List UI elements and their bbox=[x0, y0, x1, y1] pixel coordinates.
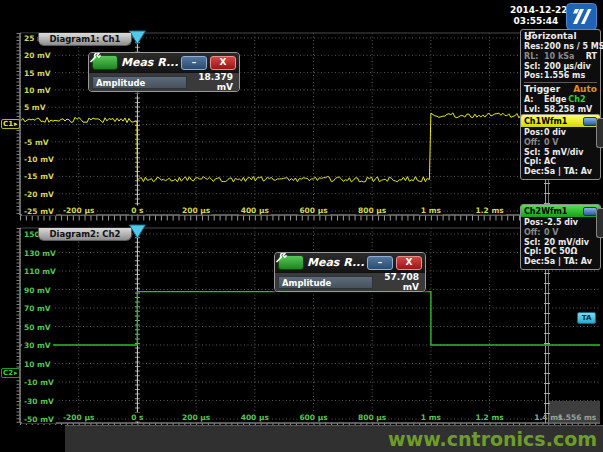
y-axis-label: 90 mV bbox=[22, 285, 53, 294]
x-axis-label: 0 s bbox=[129, 413, 145, 422]
ch1wfm1-header[interactable]: Ch1Wfm1 bbox=[521, 115, 600, 127]
meas-window-title: Meas R...1 bbox=[121, 56, 178, 69]
edge-trigger-icon bbox=[525, 31, 536, 40]
x-axis-label: -200 µs bbox=[61, 206, 96, 215]
x-axis-label: 400 µs bbox=[239, 206, 271, 215]
meas-result-2-body: Amplitude 57.708 mV bbox=[275, 272, 425, 291]
x-axis-label: 200 µs bbox=[180, 206, 212, 215]
meas-result-1-titlebar[interactable]: Meas R...1 – X bbox=[89, 53, 239, 72]
trigger-mode-badge: Auto bbox=[573, 84, 597, 95]
measurement-settings-button[interactable] bbox=[278, 255, 304, 270]
panel-row: Scl:200 µs/div bbox=[524, 62, 597, 72]
y-axis-label: -25 mV bbox=[22, 207, 56, 216]
y-axis-label: 110 mV bbox=[22, 267, 58, 276]
panel-row: Res:200 ns / 5 MSa/s bbox=[524, 42, 597, 52]
trigger-source-row: A: Edge Ch2 bbox=[524, 95, 597, 105]
meas-param-label: Amplitude bbox=[92, 76, 187, 89]
y-axis-label: -10 mV bbox=[22, 155, 56, 164]
y-axis-label: -10 mV bbox=[22, 378, 56, 387]
tab-diagram2-ch2[interactable]: Diagram2: Ch2 bbox=[38, 228, 132, 241]
oscilloscope-screen: 25 mV20 mV15 mV10 mV5 mV-5 mV-10 mV-15 m… bbox=[0, 0, 603, 452]
meas-param-label: Amplitude bbox=[278, 276, 373, 289]
y-axis-label: -15 mV bbox=[22, 172, 56, 181]
panel-row: Cpl:AC bbox=[524, 157, 597, 167]
ch1-level-marker[interactable]: C1 bbox=[1, 119, 20, 129]
meas-result-2-titlebar[interactable]: Meas R...2 – X bbox=[275, 253, 425, 272]
ch2wfm1-rows: Pos:-2.5 divOff:0 VScl:20 mV/divCpl:DC 5… bbox=[521, 217, 600, 269]
tab-diagram1-ch1[interactable]: Diagram1: Ch1 bbox=[38, 33, 132, 46]
minimize-button[interactable]: – bbox=[181, 56, 207, 70]
meas-result-2-window[interactable]: Meas R...2 – X Amplitude 57.708 mV bbox=[274, 252, 426, 292]
x-axis-label: 400 µs bbox=[239, 413, 271, 422]
meas-window-title: Meas R...2 bbox=[307, 256, 364, 269]
x-axis-label: 1 ms bbox=[419, 413, 443, 422]
y-axis-label: 10 mV bbox=[22, 359, 53, 368]
panel-row: Pos:-2.5 div bbox=[524, 218, 597, 228]
date-text: 2014-12-22 bbox=[510, 5, 562, 16]
y-axis-label: 50 mV bbox=[22, 322, 53, 331]
y-axis-label: -5 mV bbox=[22, 137, 51, 146]
y-axis-label: 20 mV bbox=[22, 51, 53, 60]
time-text: 03:55:44 bbox=[510, 16, 562, 27]
y-axis-label: 130 mV bbox=[22, 248, 58, 257]
ch1wfm1-rows: Pos:0 divOff:0 VScl:5 mV/divCpl:ACDec:Sa… bbox=[521, 127, 600, 179]
y-axis-label: 5 mV bbox=[22, 103, 47, 112]
trigger-source-ch2: Ch2 bbox=[568, 95, 585, 105]
y-axis-label: 30 mV bbox=[22, 341, 53, 350]
trigger-level-marker[interactable]: TA bbox=[577, 312, 596, 324]
panel-row: Pos:0 div bbox=[524, 128, 597, 138]
meas-result-1-window[interactable]: Meas R...1 – X Amplitude 18.379 mV bbox=[88, 52, 240, 92]
y-axis-label: -30 mV bbox=[22, 396, 56, 405]
y-axis-label: -50 mV bbox=[22, 415, 56, 424]
trigger-title-row: Trigger Auto bbox=[524, 82, 597, 95]
y-axis-label: 70 mV bbox=[22, 304, 53, 313]
minimized-dialog-icon[interactable] bbox=[583, 117, 597, 126]
measurement-settings-button[interactable] bbox=[92, 55, 118, 70]
x-axis-label: -200 µs bbox=[61, 413, 96, 422]
x-axis-label: 600 µs bbox=[297, 413, 329, 422]
panel-row: Pos:1.556 ms bbox=[524, 71, 597, 81]
x-axis-label: 800 µs bbox=[356, 206, 388, 215]
panel-row: Cpl:DC 50Ω bbox=[524, 247, 597, 257]
x-axis-label: 1.2 ms bbox=[474, 206, 506, 215]
x-axis-label: 800 µs bbox=[356, 413, 388, 422]
horizontal-rows: Res:200 ns / 5 MSa/sRL:10 kSaRTScl:200 µ… bbox=[524, 42, 597, 81]
ch2wfm1-header[interactable]: Ch2Wfm1 bbox=[521, 205, 600, 217]
wrench-icon bbox=[89, 53, 101, 63]
bottom-bar: www.cntronics.com bbox=[0, 425, 603, 452]
panel-row: Scl:20 mV/div bbox=[524, 238, 597, 248]
meas-value: 18.379 mV bbox=[191, 72, 236, 92]
panel-row: Dec:Sa | TA: Av bbox=[524, 167, 597, 177]
horizontal-trigger-panel[interactable]: Horizontal Res:200 ns / 5 MSa/sRL:10 kSa… bbox=[520, 29, 601, 118]
panel-row: Scl:5 mV/div bbox=[524, 148, 597, 158]
watermark-text: www.cntronics.com bbox=[388, 428, 597, 450]
y-axis-label: 10 mV bbox=[22, 85, 53, 94]
ch2wfm1-panel[interactable]: Ch2Wfm1 Pos:-2.5 divOff:0 VScl:20 mV/div… bbox=[520, 204, 601, 270]
side-tab-ch2[interactable] bbox=[596, 208, 603, 238]
close-button[interactable]: X bbox=[210, 56, 236, 70]
x-axis-label: 0 s bbox=[129, 206, 145, 215]
panel-row: Off:0 V bbox=[524, 138, 597, 148]
side-tab-ch1[interactable] bbox=[596, 118, 603, 148]
meas-value: 57.708 mV bbox=[377, 272, 422, 292]
bottom-left-corner bbox=[0, 425, 65, 452]
x-axis-label: 1.2 ms bbox=[474, 413, 506, 422]
minimize-button[interactable]: – bbox=[367, 256, 393, 270]
y-axis-label: -20 mV bbox=[22, 189, 56, 198]
meas-result-1-body: Amplitude 18.379 mV bbox=[89, 72, 239, 91]
ch1wfm1-panel[interactable]: Ch1Wfm1 Pos:0 divOff:0 VScl:5 mV/divCpl:… bbox=[520, 114, 601, 180]
datetime-display: 2014-12-22 03:55:44 bbox=[510, 5, 562, 27]
panel-row: Off:0 V bbox=[524, 228, 597, 238]
x-axis-label: 1 ms bbox=[419, 206, 443, 215]
x-axis-label: 1.556 ms bbox=[556, 413, 599, 422]
wrench-icon bbox=[275, 253, 287, 263]
minimized-dialog-icon[interactable] bbox=[583, 207, 597, 216]
x-axis-label: 200 µs bbox=[180, 413, 212, 422]
ch2-level-marker[interactable]: C2 bbox=[1, 368, 20, 378]
panel-row: RL:10 kSaRT bbox=[524, 52, 597, 62]
x-axis-label: 600 µs bbox=[297, 206, 329, 215]
panel-row: Dec:Sa | TA: Av bbox=[524, 257, 597, 267]
y-axis-label: 15 mV bbox=[22, 68, 53, 77]
close-button[interactable]: X bbox=[396, 256, 422, 270]
